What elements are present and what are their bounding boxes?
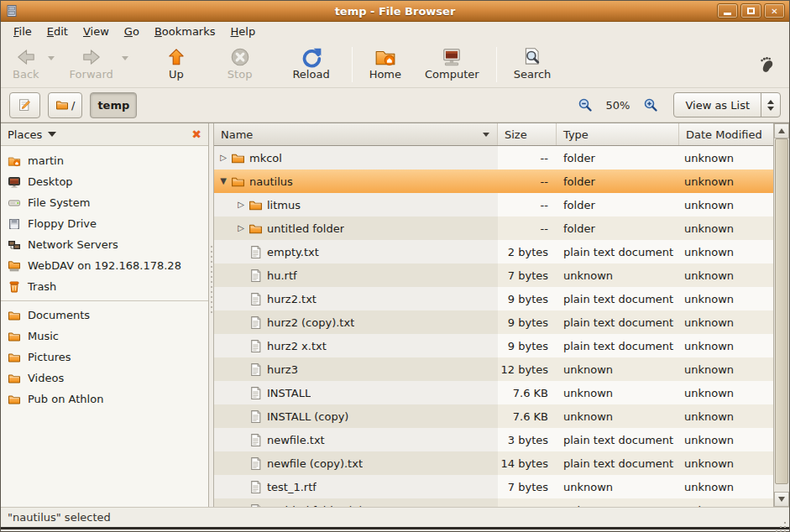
table-row[interactable]: hurz2 (copy).txt 9 bytes plain text docu… bbox=[214, 310, 773, 334]
close-sidebar-icon[interactable]: ✖ bbox=[191, 128, 201, 140]
sidebar-item-filesystem[interactable]: File System bbox=[1, 192, 208, 213]
shared-folder-icon bbox=[8, 259, 21, 273]
table-row[interactable]: test_1.rtf 7 bytes unknown unknown bbox=[214, 475, 773, 498]
size-cell: -- bbox=[498, 199, 557, 211]
stop-icon bbox=[229, 46, 251, 68]
expander-expanded-icon[interactable]: ▼ bbox=[217, 177, 229, 185]
forward-button[interactable]: Forward bbox=[63, 44, 120, 83]
scroll-up-button[interactable] bbox=[774, 123, 789, 138]
minimize-button[interactable] bbox=[717, 3, 738, 18]
up-button[interactable]: Up bbox=[159, 44, 194, 83]
vertical-scrollbar[interactable] bbox=[773, 123, 789, 507]
file-list-view: Name Size Type Date Modified ▷ bbox=[214, 123, 773, 507]
table-row[interactable]: hurz3 12 bytes unknown unknown bbox=[214, 357, 773, 381]
menubar: File Edit View Go Bookmarks Help bbox=[1, 22, 789, 41]
sidebar-item-pictures[interactable]: Pictures bbox=[1, 347, 208, 368]
sidebar-item-webdav[interactable]: WebDAV on 192.168.178.28 bbox=[1, 255, 208, 276]
sidebar-item-desktop[interactable]: Desktop bbox=[1, 171, 208, 192]
sidebar-header: Places ✖ bbox=[1, 123, 208, 146]
text-file-icon bbox=[249, 245, 263, 259]
scrollbar-thumb[interactable] bbox=[775, 138, 788, 484]
current-folder-button[interactable]: temp bbox=[90, 92, 137, 118]
reload-button[interactable]: Reload bbox=[285, 44, 336, 83]
column-header-size[interactable]: Size bbox=[498, 123, 557, 145]
menu-bookmarks[interactable]: Bookmarks bbox=[147, 23, 223, 39]
text-file-icon bbox=[249, 339, 263, 353]
back-dropdown-icon[interactable] bbox=[48, 56, 55, 60]
type-cell: folder bbox=[557, 152, 679, 164]
table-row[interactable]: newfile (copy).txt 14 bytes plain text d… bbox=[214, 451, 773, 475]
type-cell: unknown bbox=[557, 387, 679, 399]
maximize-icon bbox=[747, 8, 755, 14]
file-browser-window: temp - File Browser ✕ File Edit View Go … bbox=[0, 0, 790, 532]
home-button[interactable]: Home bbox=[363, 44, 408, 83]
close-button[interactable]: ✕ bbox=[764, 3, 785, 18]
table-row[interactable]: untitled folder (2) 1.7 KB unknown unkno… bbox=[214, 498, 773, 507]
table-row[interactable]: ▷ untitled folder -- folder unknown bbox=[214, 216, 773, 240]
sidebar-item-pub[interactable]: Pub on Athlon bbox=[1, 389, 208, 409]
text-file-icon bbox=[249, 433, 263, 447]
computer-button[interactable]: Computer bbox=[418, 44, 486, 83]
view-mode-select[interactable]: View as List bbox=[673, 92, 781, 117]
zoom-level: 50% bbox=[606, 99, 630, 112]
back-button[interactable]: Back bbox=[6, 44, 46, 83]
table-row[interactable]: ▷ litmus -- folder unknown bbox=[214, 193, 773, 216]
sidebar-item-network[interactable]: Network Servers bbox=[1, 234, 208, 255]
table-row[interactable]: hurz2 x.txt 9 bytes plain text document … bbox=[214, 334, 773, 357]
expander-collapsed-icon[interactable]: ▷ bbox=[217, 154, 229, 162]
scroll-down-button[interactable] bbox=[774, 492, 789, 507]
file-rows: ▷ mkcol -- folder unknown ▼ nautilus -- bbox=[214, 146, 773, 507]
menu-help[interactable]: Help bbox=[223, 23, 264, 39]
stop-button[interactable]: Stop bbox=[221, 44, 259, 83]
table-row[interactable]: INSTALL 7.6 KB unknown unknown bbox=[214, 381, 773, 404]
table-row[interactable]: ▷ mkcol -- folder unknown bbox=[214, 146, 773, 170]
menu-file[interactable]: File bbox=[6, 23, 39, 39]
name-cell: hurz2.txt bbox=[214, 287, 498, 310]
root-path-button[interactable]: / bbox=[48, 92, 82, 118]
forward-dropdown-icon[interactable] bbox=[122, 56, 128, 60]
zoom-out-icon[interactable] bbox=[578, 97, 593, 112]
name-cell: newfile (copy).txt bbox=[214, 451, 498, 475]
column-header-date[interactable]: Date Modified bbox=[679, 123, 773, 145]
scrollbar-track[interactable] bbox=[774, 138, 789, 492]
titlebar[interactable]: temp - File Browser ✕ bbox=[1, 1, 789, 22]
table-row[interactable]: hurz2.txt 9 bytes plain text document un… bbox=[214, 287, 773, 310]
menu-go[interactable]: Go bbox=[117, 23, 147, 39]
table-row[interactable]: INSTALL (copy) 7.6 KB unknown unknown bbox=[214, 404, 773, 428]
view-mode-spinner[interactable] bbox=[761, 93, 780, 117]
sidebar-title[interactable]: Places bbox=[8, 128, 42, 141]
sidebar-item-trash[interactable]: Trash bbox=[1, 276, 208, 297]
menu-edit[interactable]: Edit bbox=[39, 23, 76, 39]
up-arrow-icon bbox=[165, 46, 187, 68]
table-row[interactable]: hu.rtf 7 bytes unknown unknown bbox=[214, 263, 773, 287]
type-cell: unknown bbox=[557, 269, 679, 282]
folder-icon bbox=[8, 330, 21, 343]
sidebar-list: martin Desktop File System Floppy Drive … bbox=[1, 146, 208, 409]
maximize-button[interactable] bbox=[740, 3, 761, 18]
sidebar-item-documents[interactable]: Documents bbox=[1, 305, 208, 326]
edit-location-button[interactable] bbox=[9, 92, 40, 118]
date-cell: unknown bbox=[679, 246, 773, 258]
size-cell: 12 bytes bbox=[498, 363, 557, 376]
edit-location-icon bbox=[17, 97, 33, 113]
sidebar-item-music[interactable]: Music bbox=[1, 326, 208, 347]
window-resize-grip[interactable] bbox=[784, 522, 786, 524]
sidebar-item-videos[interactable]: Videos bbox=[1, 368, 208, 389]
chevron-down-icon[interactable] bbox=[48, 132, 56, 137]
date-cell: unknown bbox=[679, 387, 773, 399]
search-button[interactable]: Search bbox=[507, 44, 558, 83]
table-row[interactable]: newfile.txt 3 bytes plain text document … bbox=[214, 428, 773, 451]
column-header-type[interactable]: Type bbox=[557, 123, 679, 145]
sidebar-item-floppy[interactable]: Floppy Drive bbox=[1, 213, 208, 234]
date-cell: unknown bbox=[679, 434, 773, 446]
column-header-name[interactable]: Name bbox=[214, 123, 498, 145]
sidebar-item-home[interactable]: martin bbox=[1, 150, 208, 171]
network-icon bbox=[8, 238, 21, 252]
expander-collapsed-icon[interactable]: ▷ bbox=[235, 201, 247, 209]
expander-collapsed-icon[interactable]: ▷ bbox=[235, 224, 247, 232]
zoom-in-icon[interactable] bbox=[643, 97, 658, 112]
menu-view[interactable]: View bbox=[76, 23, 117, 39]
table-row-selected[interactable]: ▼ nautilus -- folder unknown bbox=[214, 170, 773, 193]
table-row[interactable]: empty.txt 2 bytes plain text document un… bbox=[214, 240, 773, 263]
text-file-icon bbox=[249, 386, 263, 400]
